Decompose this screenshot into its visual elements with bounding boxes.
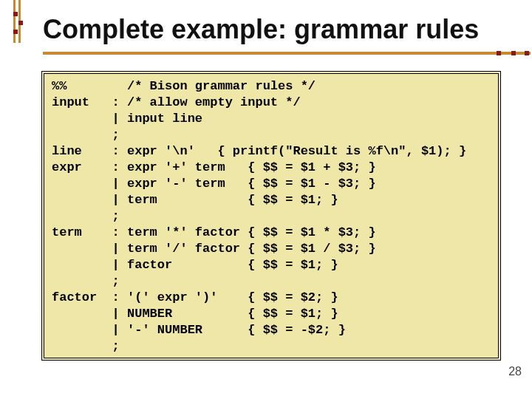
slide-title: Complete example: grammar rules — [43, 13, 523, 50]
title-underline — [43, 52, 531, 55]
code-block: %% /* Bison grammar rules */ input : /* … — [41, 71, 501, 361]
code-text: %% /* Bison grammar rules */ input : /* … — [52, 78, 491, 355]
title-accent-left — [13, 0, 24, 43]
page-number: 28 — [508, 365, 522, 378]
